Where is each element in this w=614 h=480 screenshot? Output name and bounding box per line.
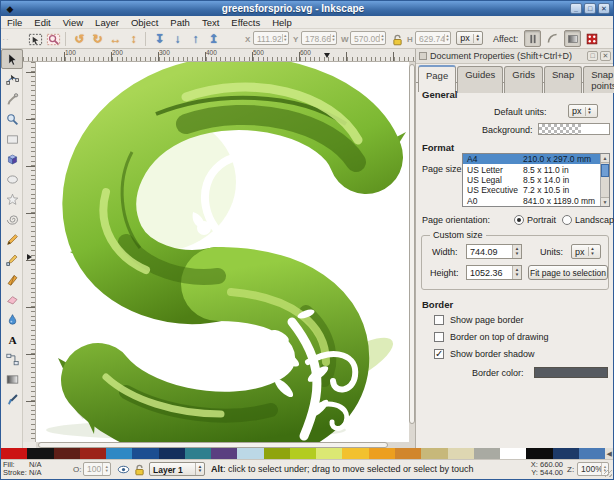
affect-stroke-toggle[interactable]	[524, 30, 541, 47]
palette-swatch[interactable]	[27, 448, 53, 459]
tool-tweak[interactable]	[1, 89, 23, 109]
palette-swatch[interactable]	[264, 448, 290, 459]
menu-help[interactable]: Help	[266, 17, 298, 28]
scroll-up-icon[interactable]: ▲	[601, 154, 609, 163]
page-size-list[interactable]: A4210.0 x 297.0 mm US Letter8.5 x 11.0 i…	[462, 153, 610, 207]
tool-gradient[interactable]	[1, 369, 23, 389]
spinner-arrows-icon[interactable]: ▲▼	[444, 34, 450, 42]
palette-swatch[interactable]	[526, 448, 552, 459]
y-field[interactable]: 178.667▲▼	[301, 31, 337, 45]
tool-zoom[interactable]	[1, 109, 23, 129]
scroll-down-icon[interactable]: ▼	[601, 197, 609, 206]
affect-gradients-toggle[interactable]	[564, 30, 581, 47]
titlebar[interactable]: ◆ greensforsprio.svg - Inkscape _ □ ✕	[1, 1, 613, 16]
tool-paint-bucket[interactable]	[1, 309, 23, 329]
affect-corners-toggle[interactable]	[544, 30, 561, 47]
canvas[interactable]	[36, 62, 409, 442]
width-entry[interactable]: 744.09▲▼	[466, 244, 522, 259]
palette-swatch[interactable]	[211, 448, 237, 459]
spinner-arrows-icon[interactable]: ▲▼	[282, 34, 288, 42]
tool-connector[interactable]	[1, 349, 23, 369]
raise-to-top-button[interactable]: ↥	[205, 31, 222, 47]
maximize-button[interactable]: □	[584, 3, 596, 14]
spinner-arrows-icon[interactable]: ▲▼	[379, 34, 385, 42]
palette-swatch[interactable]	[132, 448, 158, 459]
resize-grip[interactable]	[604, 469, 612, 477]
tool-bezier-pen[interactable]	[1, 249, 23, 269]
palette-swatch[interactable]	[316, 448, 342, 459]
raise-button[interactable]: ↑	[187, 31, 204, 47]
palette-scroll-left-icon[interactable]: ◀	[605, 448, 613, 459]
list-scrollbar[interactable]: ▲ ▼	[600, 154, 609, 206]
menu-file[interactable]: File	[1, 17, 28, 28]
tool-pencil[interactable]	[1, 229, 23, 249]
tool-rectangle[interactable]	[1, 129, 23, 149]
page-size-option[interactable]: US Legal8.5 x 14.0 in	[463, 175, 609, 185]
palette-swatch[interactable]	[80, 448, 106, 459]
affect-patterns-toggle[interactable]	[584, 31, 599, 47]
zoom-drawing-button[interactable]	[45, 31, 62, 47]
spinner-arrows-icon[interactable]: ▲▼	[512, 266, 521, 279]
rotate-cw-button[interactable]: ↻	[89, 31, 106, 47]
tab-guides[interactable]: Guides	[457, 66, 503, 93]
palette-swatch[interactable]	[159, 448, 185, 459]
height-entry[interactable]: 1052.36▲▼	[466, 265, 522, 280]
palette-swatch[interactable]	[1, 448, 27, 459]
palette-swatch[interactable]	[106, 448, 132, 459]
vertical-ruler[interactable]	[23, 62, 36, 442]
palette-swatch[interactable]	[395, 448, 421, 459]
tab-grids[interactable]: Grids	[504, 66, 543, 93]
background-color-button[interactable]	[538, 123, 610, 135]
border-on-top-checkbox[interactable]	[434, 332, 444, 342]
opacity-field[interactable]: 100▲▼	[83, 462, 111, 476]
select-all-button[interactable]	[27, 31, 44, 47]
palette-swatch[interactable]	[421, 448, 447, 459]
lower-to-bottom-button[interactable]: ↧	[151, 31, 168, 47]
palette-swatch[interactable]	[237, 448, 263, 459]
panel-close-button[interactable]: ✕	[600, 51, 611, 61]
units-combo[interactable]: px▲▼	[456, 31, 483, 45]
palette-swatch[interactable]	[579, 448, 605, 459]
fill-stroke-indicator[interactable]: Fill:N/A Stroke:N/A	[3, 461, 42, 477]
lock-ratio-button[interactable]	[390, 31, 405, 47]
horizontal-ruler[interactable]: 100 200 300 400 500 600	[23, 49, 415, 62]
tool-dropper[interactable]	[1, 389, 23, 409]
fit-page-button[interactable]: Fit page to selection	[528, 265, 608, 280]
scrollbar-thumb[interactable]	[601, 164, 609, 177]
portrait-radio[interactable]	[514, 215, 524, 225]
palette-swatch[interactable]	[54, 448, 80, 459]
width-field[interactable]: 570.001▲▼	[350, 31, 386, 45]
tool-calligraphy[interactable]	[1, 269, 23, 289]
tab-snap[interactable]: Snap	[544, 66, 582, 93]
palette-swatch[interactable]	[500, 448, 526, 459]
menu-object[interactable]: Object	[125, 17, 164, 28]
flip-vertical-button[interactable]: ↕	[125, 31, 142, 47]
current-layer-combo[interactable]: Layer 1▲▼	[149, 462, 205, 476]
menu-layer[interactable]: Layer	[89, 17, 125, 28]
menu-edit[interactable]: Edit	[28, 17, 56, 28]
rotate-ccw-button[interactable]: ↺	[71, 31, 88, 47]
panel-minimize-button[interactable]: □	[587, 51, 598, 61]
palette-swatch[interactable]	[342, 448, 368, 459]
show-border-shadow-checkbox[interactable]	[434, 349, 444, 359]
tool-node-editor[interactable]	[1, 69, 23, 89]
tab-snap-points[interactable]: Snap points	[583, 66, 614, 93]
custom-units-combo[interactable]: px▲▼	[571, 244, 601, 259]
palette-swatch[interactable]	[185, 448, 211, 459]
page-size-option[interactable]: US Letter8.5 x 11.0 in	[463, 164, 609, 174]
height-field[interactable]: 629.741▲▼	[415, 31, 451, 45]
page-size-option[interactable]: A0841.0 x 1189.0 mm	[463, 196, 609, 206]
minimize-button[interactable]: _	[570, 3, 582, 14]
spinner-arrows-icon[interactable]: ▲▼	[102, 463, 110, 475]
layer-visibility-toggle[interactable]	[117, 463, 130, 476]
close-button[interactable]: ✕	[598, 3, 610, 14]
tool-ellipse[interactable]	[1, 169, 23, 189]
border-color-button[interactable]	[534, 367, 608, 378]
x-field[interactable]: 111.927▲▼	[253, 31, 289, 45]
menu-view[interactable]: View	[57, 17, 89, 28]
tool-selector[interactable]	[1, 49, 23, 69]
default-units-combo[interactable]: px▲▼	[568, 104, 598, 118]
spinner-arrows-icon[interactable]: ▲▼	[512, 245, 521, 258]
tool-spiral[interactable]	[1, 209, 23, 229]
panel-header[interactable]: Document Properties (Shift+Ctrl+D) □ ✕	[416, 49, 613, 64]
